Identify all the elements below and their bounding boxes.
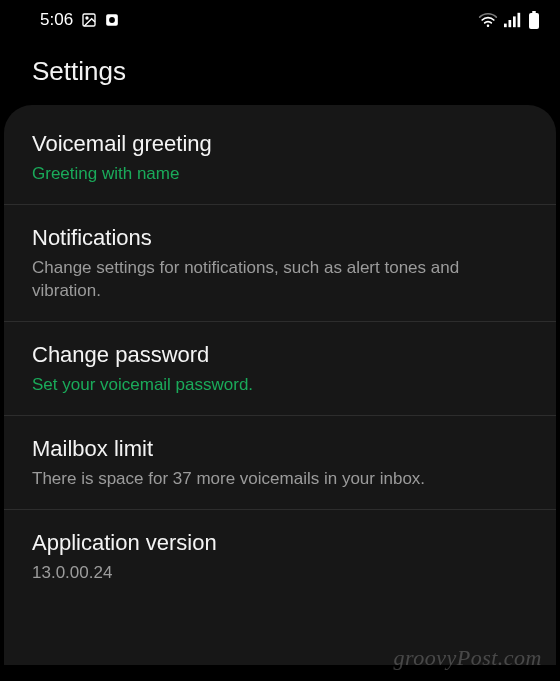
- item-subtitle: Set your voicemail password.: [32, 374, 528, 397]
- watermark: groovyPost.com: [393, 645, 542, 671]
- status-bar: 5:06: [0, 0, 560, 36]
- svg-point-3: [109, 17, 115, 23]
- settings-item-voicemail-greeting[interactable]: Voicemail greeting Greeting with name: [4, 111, 556, 205]
- wifi-icon: [478, 12, 498, 28]
- settings-panel: Voicemail greeting Greeting with name No…: [4, 105, 556, 665]
- item-title: Mailbox limit: [32, 436, 528, 462]
- page-title: Settings: [0, 36, 560, 105]
- item-title: Notifications: [32, 225, 528, 251]
- status-left: 5:06: [40, 10, 119, 30]
- svg-rect-7: [518, 13, 521, 27]
- item-subtitle: Change settings for notifications, such …: [32, 257, 528, 303]
- square-icon: [105, 13, 119, 27]
- svg-point-1: [86, 17, 88, 19]
- item-subtitle: There is space for 37 more voicemails in…: [32, 468, 528, 491]
- settings-item-mailbox-limit[interactable]: Mailbox limit There is space for 37 more…: [4, 416, 556, 510]
- item-title: Voicemail greeting: [32, 131, 528, 157]
- status-time: 5:06: [40, 10, 73, 30]
- item-subtitle: Greeting with name: [32, 163, 528, 186]
- battery-icon: [528, 11, 540, 29]
- item-title: Change password: [32, 342, 528, 368]
- image-icon: [81, 12, 97, 28]
- settings-item-change-password[interactable]: Change password Set your voicemail passw…: [4, 322, 556, 416]
- svg-rect-9: [529, 13, 539, 29]
- settings-item-application-version[interactable]: Application version 13.0.00.24: [4, 510, 556, 603]
- status-right: [478, 11, 540, 29]
- svg-rect-6: [513, 16, 516, 27]
- svg-rect-8: [532, 11, 536, 13]
- signal-icon: [504, 12, 522, 28]
- item-subtitle: 13.0.00.24: [32, 562, 528, 585]
- svg-rect-4: [504, 24, 507, 28]
- item-title: Application version: [32, 530, 528, 556]
- svg-rect-5: [509, 20, 512, 27]
- settings-item-notifications[interactable]: Notifications Change settings for notifi…: [4, 205, 556, 322]
